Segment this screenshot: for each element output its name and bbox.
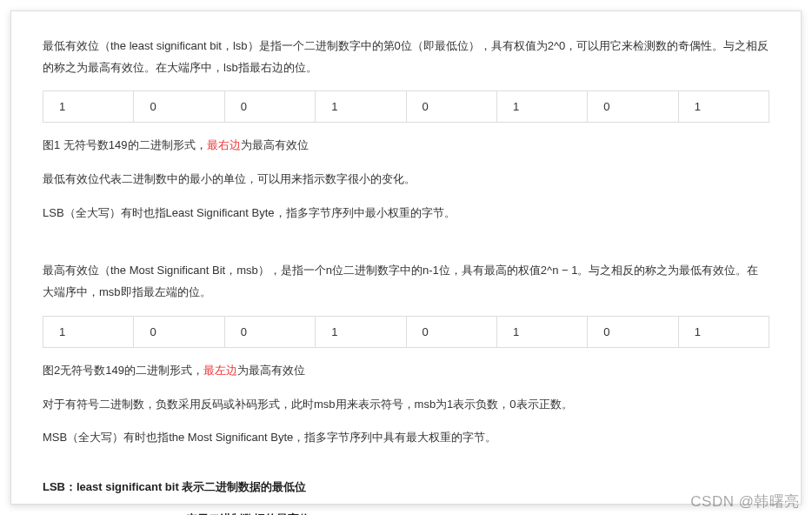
text: 为最高有效位 <box>237 364 305 377</box>
paragraph-msb-byte: MSB（全大写）有时也指the Most Significant Byte，指多… <box>43 427 769 449</box>
bold-lsb-definition: LSB：least significant bit 表示二进制数据的最低位 <box>43 477 769 498</box>
article-body: 最低有效位（the least significant bit，lsb）是指一个… <box>10 10 802 505</box>
table-binary-2: 1 0 0 1 0 1 0 1 <box>43 316 769 348</box>
figure1-caption: 图1 无符号数149的二进制形式，最右边为最高有效位 <box>43 135 769 157</box>
highlight-red: 最左边 <box>203 364 237 377</box>
cell: 0 <box>224 91 315 123</box>
table-row: 1 0 0 1 0 1 0 1 <box>43 91 769 123</box>
cell: 0 <box>134 91 224 123</box>
highlight-red: 最右边 <box>207 138 241 151</box>
cell: 0 <box>224 316 315 347</box>
cell: 0 <box>588 316 678 347</box>
paragraph-lsb-unit: 最低有效位代表二进制数中的最小的单位，可以用来指示数字很小的变化。 <box>43 169 769 191</box>
bold-msb-definition: MSB：most significant bit 表示二进制数据的最高位 <box>43 509 769 515</box>
cell: 1 <box>678 316 769 347</box>
cell: 1 <box>496 91 587 123</box>
paragraph-lsb-byte: LSB（全大写）有时也指Least Significant Byte，指多字节序… <box>43 203 769 224</box>
text: 图2无符号数149的二进制形式， <box>43 364 203 377</box>
paragraph-lsb-intro: 最低有效位（the least significant bit，lsb）是指一个… <box>43 36 769 78</box>
paragraph-signed: 对于有符号二进制数，负数采用反码或补码形式，此时msb用来表示符号，msb为1表… <box>43 394 769 416</box>
cell: 1 <box>316 316 406 347</box>
cell: 1 <box>678 91 769 123</box>
paragraph-msb-intro: 最高有效位（the Most Significant Bit，msb），是指一个… <box>43 260 769 303</box>
cell: 0 <box>406 91 496 123</box>
spacer <box>43 236 769 260</box>
cell: 1 <box>316 91 406 123</box>
cell: 0 <box>406 316 496 347</box>
text: 图1 无符号数149的二进制形式， <box>43 138 207 151</box>
spacer <box>43 461 769 477</box>
cell: 1 <box>43 91 134 123</box>
cell: 1 <box>496 316 587 347</box>
table-binary-1: 1 0 0 1 0 1 0 1 <box>43 90 769 123</box>
table-row: 1 0 0 1 0 1 0 1 <box>43 316 769 347</box>
cell: 0 <box>134 316 224 347</box>
figure2-caption: 图2无符号数149的二进制形式，最左边为最高有效位 <box>43 360 769 382</box>
cell: 0 <box>588 91 678 123</box>
cell: 1 <box>43 316 134 347</box>
text: 为最高有效位 <box>241 138 309 151</box>
